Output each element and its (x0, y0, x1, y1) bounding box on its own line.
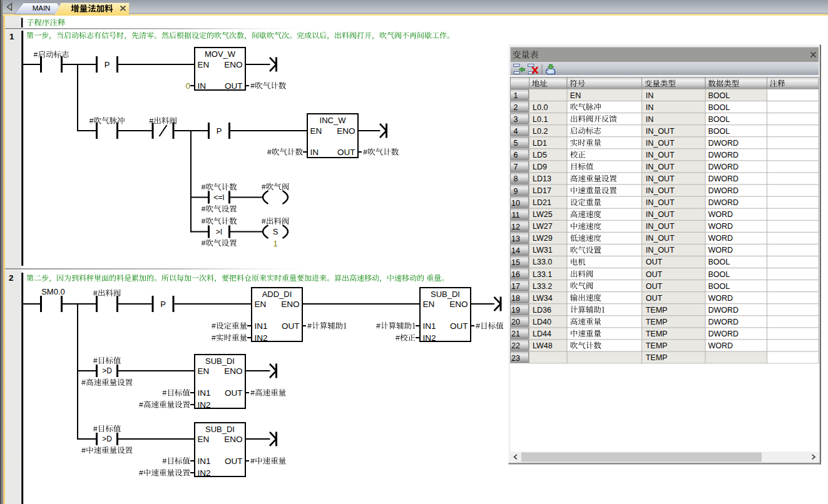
svg-text:2: 2 (514, 103, 518, 112)
svg-text:IN: IN (310, 148, 319, 157)
svg-text:L33.1: L33.1 (533, 270, 552, 279)
svg-text:5: 5 (514, 139, 518, 148)
svg-text:WORD: WORD (708, 210, 733, 219)
svg-text:L0.2: L0.2 (533, 127, 548, 136)
svg-text:MOV_W: MOV_W (205, 49, 236, 59)
svg-text:ENO: ENO (224, 435, 242, 444)
svg-text:LW34: LW34 (533, 294, 553, 303)
svg-text:SM0.0: SM0.0 (41, 287, 65, 296)
svg-text:2: 2 (9, 273, 14, 283)
svg-text:BOOL: BOOL (708, 103, 730, 112)
svg-text:LD5: LD5 (533, 151, 547, 159)
svg-text:OUT: OUT (225, 388, 243, 398)
svg-text:IN_OUT: IN_OUT (646, 139, 675, 148)
svg-text:10: 10 (511, 199, 520, 208)
svg-text:SUB_DI: SUB_DI (205, 425, 235, 434)
svg-text:DWORD: DWORD (708, 330, 739, 338)
svg-text:BOOL: BOOL (708, 258, 730, 266)
svg-text:DWORD: DWORD (708, 306, 739, 315)
svg-text:LW29: LW29 (533, 234, 553, 243)
svg-text:EN: EN (570, 91, 581, 100)
svg-text:EN: EN (198, 435, 210, 444)
svg-text:DWORD: DWORD (708, 186, 739, 195)
svg-text:20: 20 (511, 318, 520, 326)
svg-text:17: 17 (511, 282, 520, 291)
svg-text:OUT: OUT (646, 270, 663, 279)
svg-text:LW25: LW25 (533, 210, 553, 219)
svg-text:IN_OUT: IN_OUT (646, 127, 675, 136)
svg-text:>D: >D (102, 435, 112, 443)
svg-text:OUT: OUT (646, 258, 663, 266)
svg-text:IN_OUT: IN_OUT (646, 246, 675, 255)
svg-text:L33.0: L33.0 (533, 258, 552, 266)
svg-text:BOOL: BOOL (708, 91, 730, 100)
svg-text:15: 15 (511, 258, 520, 267)
svg-text:WORD: WORD (708, 234, 733, 243)
svg-text:DWORD: DWORD (708, 198, 739, 207)
svg-text:INC_W: INC_W (320, 116, 347, 125)
svg-text:IN_OUT: IN_OUT (646, 186, 675, 195)
svg-text:TEMP: TEMP (646, 306, 668, 315)
svg-text:P: P (160, 300, 166, 309)
svg-text:IN: IN (646, 103, 654, 112)
svg-text:EN: EN (310, 126, 322, 136)
svg-text:IN1: IN1 (255, 321, 268, 331)
svg-text:IN_OUT: IN_OUT (646, 234, 675, 243)
svg-text:EN: EN (198, 366, 210, 376)
svg-text:DWORD: DWORD (708, 318, 739, 326)
svg-text:ENO: ENO (337, 126, 355, 136)
svg-text:S: S (273, 227, 279, 236)
svg-text:EN: EN (255, 300, 267, 309)
svg-text:WORD: WORD (708, 246, 733, 255)
svg-text:ENO: ENO (224, 60, 242, 69)
svg-text:<=I: <=I (213, 193, 224, 202)
svg-text:IN: IN (646, 91, 654, 100)
svg-text:DWORD: DWORD (708, 174, 739, 183)
svg-text:1: 1 (9, 32, 14, 41)
svg-text:IN_OUT: IN_OUT (646, 174, 675, 183)
svg-text:IN: IN (198, 81, 207, 91)
svg-text:>D: >D (102, 366, 112, 375)
svg-text:3: 3 (514, 115, 518, 124)
svg-text:P: P (217, 126, 222, 136)
svg-text:IN_OUT: IN_OUT (646, 163, 675, 171)
svg-text:LD40: LD40 (533, 318, 551, 326)
svg-text:LD36: LD36 (533, 306, 551, 315)
svg-text:LW31: LW31 (533, 246, 553, 255)
svg-text:DWORD: DWORD (708, 151, 739, 159)
svg-text:OUT: OUT (225, 456, 243, 466)
svg-text:ENO: ENO (449, 300, 468, 309)
svg-text:BOOL: BOOL (708, 127, 730, 136)
svg-text:DWORD: DWORD (708, 163, 739, 171)
svg-text:MAIN: MAIN (33, 4, 51, 12)
svg-text:P: P (105, 60, 110, 69)
svg-text:BOOL: BOOL (708, 282, 730, 291)
svg-text:1: 1 (514, 91, 518, 100)
svg-text:11: 11 (512, 211, 520, 219)
svg-text:TEMP: TEMP (646, 353, 668, 362)
svg-text:EN: EN (198, 60, 210, 69)
svg-text:IN2: IN2 (255, 333, 268, 343)
svg-text:12: 12 (511, 223, 520, 231)
svg-text:LW27: LW27 (533, 222, 553, 231)
svg-text:16: 16 (511, 270, 520, 279)
svg-text:23: 23 (511, 354, 520, 363)
svg-text:LD1: LD1 (533, 139, 547, 148)
svg-text:>I: >I (216, 228, 222, 236)
svg-text:IN2: IN2 (198, 400, 211, 410)
svg-text:L33.2: L33.2 (533, 282, 552, 291)
svg-text:IN: IN (646, 115, 654, 124)
svg-text:WORD: WORD (708, 341, 733, 350)
svg-text:OUT: OUT (646, 282, 663, 291)
svg-text:LD13: LD13 (533, 174, 551, 183)
svg-text:L0.0: L0.0 (533, 103, 548, 112)
svg-text:7: 7 (514, 163, 518, 171)
svg-text:LD44: LD44 (533, 330, 551, 338)
svg-text:BOOL: BOOL (708, 270, 730, 279)
svg-text:IN1: IN1 (423, 321, 436, 331)
svg-text:IN_OUT: IN_OUT (646, 198, 675, 207)
svg-text:BOOL: BOOL (708, 115, 730, 124)
svg-text:IN1: IN1 (198, 456, 211, 466)
svg-text:ADD_DI: ADD_DI (262, 290, 292, 299)
svg-text:1: 1 (273, 239, 277, 248)
